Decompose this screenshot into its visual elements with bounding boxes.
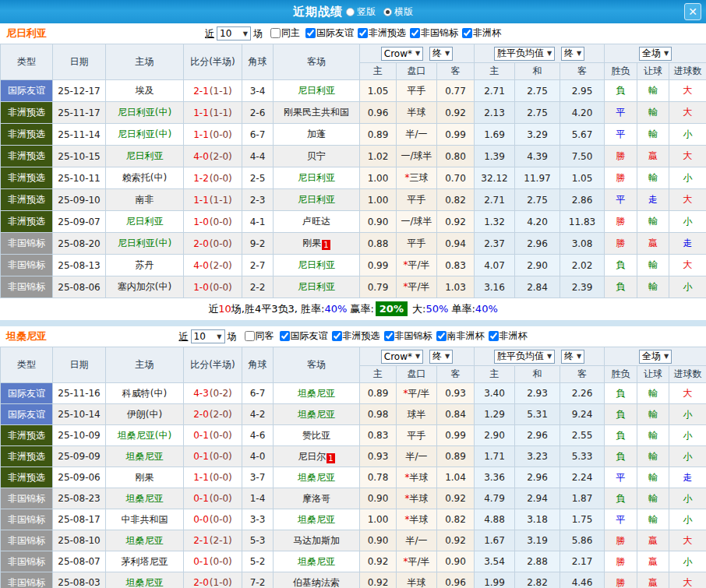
avg-type-select[interactable]: 胜平负均值 ▼ [494,350,555,364]
home-team-name[interactable]: 坦桑尼亚 [126,535,164,546]
home-team-name[interactable]: 坦桑尼亚 [126,577,164,588]
checkbox-label: 国际友谊 [291,329,328,343]
league-checkbox[interactable]: 非国锦标 [410,26,458,40]
close-button[interactable]: ✕ [684,3,701,20]
away-team-name[interactable]: 尼日利亚 [298,281,335,292]
league-checkbox[interactable]: 非国锦标 [384,329,432,343]
league-checkbox[interactable]: 非洲杯 [462,26,501,40]
handicap-result-cell: 贏 [637,530,669,551]
table-row: 非国锦标 25-08-06 塞内加尔(中) 1-0(0-0) 2-2 尼日利亚 … [1,276,706,298]
league-checkboxes: 同客国际友谊非洲预选非国锦标南非洲杯非洲杯 [237,329,528,343]
score-cell: 0-0(0-0) [184,509,242,530]
odds-final-select[interactable]: 终 ▼ [429,47,453,61]
away-team-name[interactable]: 坦桑尼亚 [298,388,335,399]
avg-away-cell: 2.17 [560,551,605,572]
checkbox-input[interactable] [462,28,472,38]
away-team-name[interactable]: 坦桑尼亚 [298,556,335,567]
handicap-cell: 半球 [397,102,437,124]
checkbox-input[interactable] [245,331,255,341]
home-team-name[interactable]: 尼日利亚(中) [118,129,171,139]
away-team-name[interactable]: 坦桑尼亚 [298,514,335,525]
home-team-name[interactable]: 尼日利亚(中) [118,107,171,118]
corner-cell: 1-4 [242,488,274,509]
games-label: 场 [228,330,237,343]
bookmaker-select[interactable]: Crow* ▼ [381,350,423,364]
checkbox-input[interactable] [358,28,368,38]
league-checkbox[interactable]: 非洲预选 [332,329,380,343]
avg-draw-cell: 2.96 [515,233,560,255]
avg-final-select[interactable]: 终 ▼ [561,350,584,364]
table-row: 非洲预选 25-11-14 尼日利亚(中) 1-1(0-0) 6-7 加蓬 0.… [1,124,706,146]
corner-cell: 2-7 [242,255,274,276]
layout-radio-vertical[interactable]: 竖版 [346,5,376,19]
handicap-cell: 平手 [397,80,437,102]
handicap-result-cell: 輸 [637,488,669,509]
summary-text: 大: [409,303,426,315]
team-name[interactable]: 尼日利亚 [6,26,47,40]
away-team-name[interactable]: 尼日利亚 [298,85,335,96]
home-team-cell: 赖索托(中) [106,167,184,189]
scope-select[interactable]: 全场 ▼ [639,350,672,364]
away-team-name[interactable]: 尼日利亚 [298,259,335,270]
league-checkbox[interactable]: 国际友谊 [305,26,354,40]
checkbox-input[interactable] [332,331,342,341]
home-team-cell: 尼日利亚(中) [106,102,184,124]
avg-draw-cell: 3.18 [515,509,560,530]
bookmaker-select[interactable]: Crow* ▼ [381,47,423,61]
odds-away-cell: 0.82 [437,509,475,530]
same-venue-checkbox[interactable]: 同客 [245,329,274,343]
away-team-cell: 伯基纳法索 [274,572,360,588]
avg-type-select[interactable]: 胜平负均值 ▼ [494,47,555,61]
match-count-select[interactable]: 10 ▼ [191,329,225,343]
match-count-value: 10 [194,331,206,342]
home-team-name[interactable]: 尼日利亚 [126,150,164,161]
handicap-result-cell: 輸 [637,124,669,146]
scope-select[interactable]: 全场 ▼ [639,47,672,61]
away-team-cell: 贝宁 [274,146,360,167]
home-team-name[interactable]: 尼日利亚 [126,216,164,227]
home-team-name[interactable]: 坦桑尼亚 [126,493,164,504]
league-checkbox[interactable]: 南非洲杯 [436,329,485,343]
chevron-down-icon: ▼ [445,50,450,57]
home-team-name[interactable]: 坦桑尼亚(中) [118,430,171,441]
league-checkbox[interactable]: 非洲预选 [358,26,406,40]
league-checkbox[interactable]: 非洲杯 [489,329,528,343]
checkbox-input[interactable] [280,331,290,341]
home-team-cell: 坦桑尼亚 [106,488,184,509]
same-venue-checkbox[interactable]: 同主 [270,26,300,40]
home-team-name[interactable]: 坦桑尼亚 [126,451,164,462]
away-team-name[interactable]: 坦桑尼亚 [298,409,335,420]
handicap-cell: 平手 [397,425,437,446]
avg-away-cell: 4.20 [560,102,605,124]
handicap-result-value: 輸 [648,430,658,441]
away-team-name[interactable]: 尼日利亚 [298,194,335,205]
odds-final-select[interactable]: 终 ▼ [429,350,453,364]
odds-home-cell: 0.92 [360,572,397,588]
col-avg-draw: 和 [515,366,560,383]
goals-result-value: 走 [683,238,693,248]
checkbox-input[interactable] [270,28,281,38]
fulltime-score: 0-0 [193,514,209,525]
match-count-select[interactable]: 10 ▼ [217,26,251,40]
halftime-score: (0-0) [210,556,232,567]
team-name[interactable]: 坦桑尼亚 [6,329,47,343]
away-team-name[interactable]: 坦桑尼亚 [298,472,335,483]
checkbox-input[interactable] [384,331,394,341]
goals-result-cell: 大 [669,80,706,102]
layout-radio-horizontal[interactable]: 横版 [383,5,413,19]
away-team-name[interactable]: 尼日利亚 [298,172,335,183]
league-checkbox[interactable]: 国际友谊 [280,329,328,343]
away-team-name: 尼日尔 [298,451,326,462]
result-cell: 負 [605,404,637,425]
home-team-name[interactable]: 尼日利亚(中) [118,238,171,248]
halftime-score: (0-0) [210,493,232,504]
checkbox-input[interactable] [489,331,499,341]
avg-final-select[interactable]: 终 ▼ [561,47,584,61]
handicap-value: 半球 [408,107,426,118]
goals-result-value: 小 [683,451,693,462]
checkbox-input[interactable] [305,28,316,38]
away-team-cell: 加蓬 [274,124,360,146]
checkbox-input[interactable] [410,28,420,38]
handicap-cell: 半/一 [397,530,437,551]
checkbox-input[interactable] [436,331,447,341]
